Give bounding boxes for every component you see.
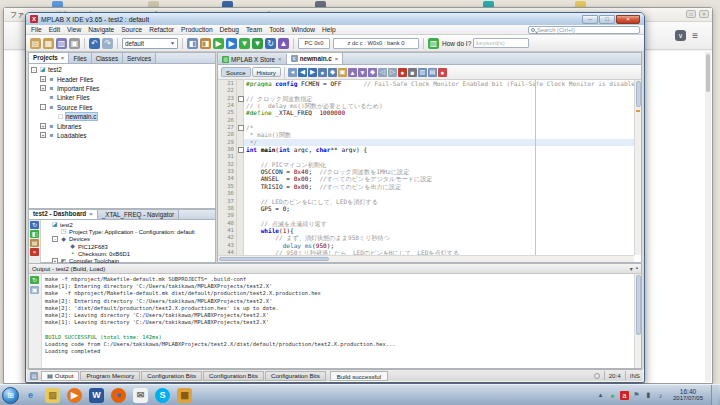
line-number[interactable]: 24	[218, 102, 237, 109]
line-number[interactable]: 32	[218, 161, 237, 168]
shift-right-icon[interactable]: ▷	[388, 68, 397, 77]
taskbar-ime-icon[interactable]: ▦	[177, 388, 192, 403]
code-line[interactable]: 25#define _XTAL_FREQ 1000000	[218, 109, 634, 116]
tab-projects[interactable]: Projects×	[29, 53, 69, 63]
code-line[interactable]: 24// (__delay_ms()関数が必要としているため)	[218, 102, 634, 109]
output-header[interactable]: Output - test2 (Build, Load) ▾▪	[29, 264, 641, 274]
project-properties-icon[interactable]: ◧	[187, 38, 198, 49]
code-line[interactable]: 26	[218, 117, 634, 124]
menu-team[interactable]: Team	[246, 26, 262, 33]
expand-icon[interactable]: +	[40, 123, 46, 129]
code-line[interactable]: 43 __delay_ms(950);	[218, 242, 634, 249]
collapse-icon[interactable]: -	[31, 67, 37, 73]
line-number[interactable]: 30	[218, 146, 237, 153]
browser-scrollbar[interactable]	[705, 52, 711, 382]
menu-file[interactable]: File	[31, 26, 42, 33]
code-line[interactable]: 39	[218, 212, 634, 219]
comment-icon[interactable]: ▥	[418, 68, 427, 77]
output-float-icon[interactable]: ▪	[636, 265, 638, 272]
window-list-icon[interactable]: ▤	[30, 372, 38, 380]
code-line[interactable]: 35 TRISIO = 0x00; //すべてのピンを出力に設定	[218, 183, 634, 190]
menu-tools[interactable]: Tools	[269, 26, 284, 33]
toggle-breakpoint-icon[interactable]: ●	[438, 68, 447, 77]
project-node-libraries[interactable]: +■Libraries	[29, 121, 215, 130]
pocket-icon[interactable]: ∨	[675, 30, 686, 41]
tray-volume-icon[interactable]: ♪	[656, 391, 665, 400]
menu-help[interactable]: Help	[322, 26, 336, 33]
make-and-program-icon[interactable]: ▼	[239, 38, 250, 49]
bottom-tab-program-memory[interactable]: Program Memory	[80, 371, 140, 381]
output-scrollbar[interactable]	[634, 274, 641, 368]
find-selection-icon[interactable]: ●	[318, 68, 327, 77]
line-number[interactable]: 28	[218, 131, 237, 138]
expand-icon[interactable]: +	[40, 76, 46, 82]
code-editor[interactable]: 21#pragma config FCMEN = OFF // Fail-Saf…	[218, 80, 634, 255]
menu-refactor[interactable]: Refactor	[149, 26, 174, 33]
how-do-i-input[interactable]	[473, 38, 529, 48]
menu-source[interactable]: Source	[121, 26, 142, 33]
bottom-tab-configuration-bits[interactable]: Configuration Bits	[203, 371, 264, 381]
toggle-bookmark-icon[interactable]: ◆	[368, 68, 377, 77]
editor-tab-newmain-c[interactable]: cnewmain.c×	[287, 53, 344, 64]
code-line[interactable]: 27/*	[218, 124, 634, 131]
project-node-linker-files[interactable]: ■Linker Files	[29, 93, 215, 102]
code-line[interactable]: 38 GP5 = 0;	[218, 205, 634, 212]
project-node-source-files[interactable]: -■Source Files	[29, 103, 215, 112]
output-minimize-icon[interactable]: ▾	[630, 265, 633, 272]
project-node-important-files[interactable]: +■Important Files	[29, 84, 215, 93]
toggle-highlight-icon[interactable]: ▣	[338, 68, 347, 77]
editor-view-history[interactable]: History	[252, 67, 281, 77]
code-line[interactable]: 21#pragma config FCMEN = OFF // Fail-Saf…	[218, 80, 634, 87]
search-input[interactable]: Search (Ctrl+I)	[528, 26, 640, 34]
find-next-icon[interactable]: ◆	[328, 68, 337, 77]
fold-collapse-icon[interactable]	[237, 95, 244, 102]
back-icon[interactable]: ◀	[298, 68, 307, 77]
build-project-icon[interactable]: ◨	[200, 38, 211, 49]
code-line[interactable]: 32 // PICマイコン初期化	[218, 161, 634, 168]
project-node-test2[interactable]: -◪test2	[29, 65, 215, 74]
menu-view[interactable]: View	[67, 26, 81, 33]
last-edit-icon[interactable]: ◂	[288, 68, 297, 77]
open-project-icon[interactable]: ▦	[43, 38, 54, 49]
close-button[interactable]: ×	[616, 15, 640, 24]
fold-collapse-icon[interactable]	[237, 146, 244, 153]
line-number[interactable]: 41	[218, 227, 237, 234]
code-line[interactable]: 29 */	[218, 139, 634, 146]
taskbar-firefox-icon[interactable]: ●	[111, 388, 126, 403]
line-number[interactable]: 33	[218, 168, 237, 175]
taskbar-ie-icon[interactable]: e	[23, 388, 38, 403]
dashboard-node-pic12f683[interactable]: ◆PIC12F683	[41, 243, 215, 250]
code-line[interactable]: 41 while(1){	[218, 227, 634, 234]
taskbar-skype-icon[interactable]: S	[155, 388, 170, 403]
pc-register-field[interactable]: PC 0x0	[298, 38, 330, 49]
bottom-tab-configuration-bits[interactable]: Configuration Bits	[141, 371, 202, 381]
dashboard-node-project-type-application-configuration-default[interactable]: ◳Project Type: Application - Configurati…	[41, 228, 215, 235]
expand-icon[interactable]: +	[40, 132, 46, 138]
editor-tab-mplab-x-store[interactable]: ▥MPLAB X Store×	[218, 54, 287, 64]
menu-hamburger-icon[interactable]: ≡	[692, 31, 698, 41]
forward-icon[interactable]: ▶	[308, 68, 317, 77]
configuration-select[interactable]: default ▼	[122, 38, 178, 49]
close-icon[interactable]: ×	[61, 55, 65, 61]
tab-files[interactable]: Files	[69, 53, 91, 63]
uncomment-icon[interactable]: ▤	[428, 68, 437, 77]
bottom-tab-output[interactable]: ▤Output	[41, 371, 79, 381]
line-number[interactable]: 38	[218, 205, 237, 212]
editor-view-source[interactable]: Source	[221, 67, 251, 77]
code-line[interactable]: 40 // 点滅を永遠繰り返す	[218, 220, 634, 227]
code-line[interactable]: 37 // LEDのピンをLにして、LEDを消灯する	[218, 198, 634, 205]
run-project-icon[interactable]: ▶	[213, 38, 224, 49]
dashboard-node-test2[interactable]: ◪test2	[41, 221, 215, 228]
dashboard-close-icon[interactable]: ×	[30, 248, 39, 256]
project-node-newmain-c[interactable]: ▢newmain.c	[29, 112, 215, 121]
tray-network-icon[interactable]: ▮	[644, 391, 653, 400]
shift-left-icon[interactable]: ◁	[378, 68, 387, 77]
collapse-icon[interactable]: -	[52, 236, 58, 242]
menu-window[interactable]: Window	[292, 26, 315, 33]
program-device-icon[interactable]: ▼	[252, 38, 263, 49]
line-number[interactable]: 27	[218, 124, 237, 131]
collapse-icon[interactable]: -	[40, 104, 46, 110]
tray-action-center-icon[interactable]: ⚑	[632, 391, 641, 400]
scrollbar-thumb[interactable]	[219, 257, 329, 261]
new-file-icon[interactable]: ▤	[30, 38, 41, 49]
